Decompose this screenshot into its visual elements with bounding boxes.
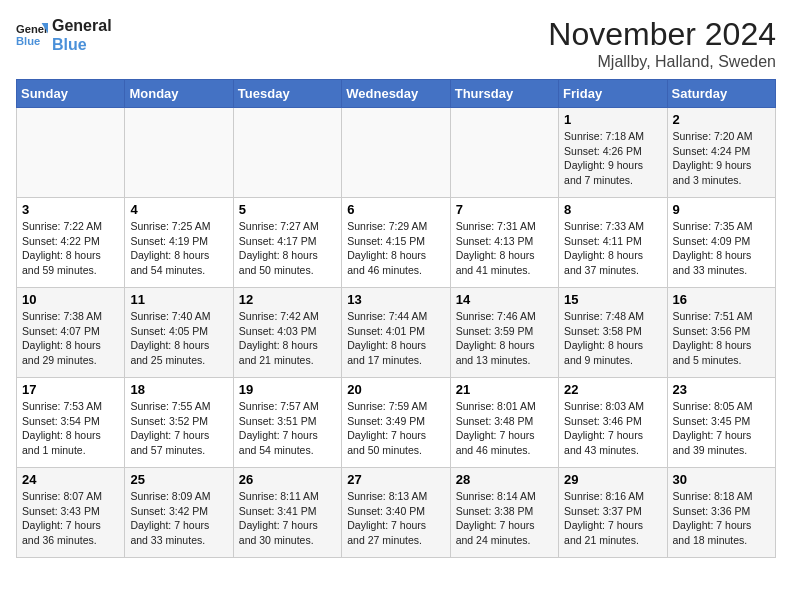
calendar-cell: 13Sunrise: 7:44 AM Sunset: 4:01 PM Dayli… xyxy=(342,288,450,378)
day-number: 26 xyxy=(239,472,336,487)
logo-general: General xyxy=(52,16,112,35)
calendar-cell: 18Sunrise: 7:55 AM Sunset: 3:52 PM Dayli… xyxy=(125,378,233,468)
calendar-cell xyxy=(125,108,233,198)
day-info: Sunrise: 7:51 AM Sunset: 3:56 PM Dayligh… xyxy=(673,309,770,368)
day-number: 5 xyxy=(239,202,336,217)
day-info: Sunrise: 7:44 AM Sunset: 4:01 PM Dayligh… xyxy=(347,309,444,368)
calendar-week-3: 10Sunrise: 7:38 AM Sunset: 4:07 PM Dayli… xyxy=(17,288,776,378)
calendar-cell xyxy=(450,108,558,198)
day-number: 29 xyxy=(564,472,661,487)
day-number: 30 xyxy=(673,472,770,487)
calendar-week-4: 17Sunrise: 7:53 AM Sunset: 3:54 PM Dayli… xyxy=(17,378,776,468)
day-info: Sunrise: 7:42 AM Sunset: 4:03 PM Dayligh… xyxy=(239,309,336,368)
weekday-header-monday: Monday xyxy=(125,80,233,108)
calendar-cell: 4Sunrise: 7:25 AM Sunset: 4:19 PM Daylig… xyxy=(125,198,233,288)
calendar-week-5: 24Sunrise: 8:07 AM Sunset: 3:43 PM Dayli… xyxy=(17,468,776,558)
calendar-cell xyxy=(17,108,125,198)
calendar-cell: 21Sunrise: 8:01 AM Sunset: 3:48 PM Dayli… xyxy=(450,378,558,468)
day-info: Sunrise: 8:18 AM Sunset: 3:36 PM Dayligh… xyxy=(673,489,770,548)
day-info: Sunrise: 8:16 AM Sunset: 3:37 PM Dayligh… xyxy=(564,489,661,548)
day-info: Sunrise: 7:40 AM Sunset: 4:05 PM Dayligh… xyxy=(130,309,227,368)
day-info: Sunrise: 7:25 AM Sunset: 4:19 PM Dayligh… xyxy=(130,219,227,278)
day-number: 4 xyxy=(130,202,227,217)
day-number: 11 xyxy=(130,292,227,307)
calendar-cell: 6Sunrise: 7:29 AM Sunset: 4:15 PM Daylig… xyxy=(342,198,450,288)
day-number: 2 xyxy=(673,112,770,127)
calendar-cell: 15Sunrise: 7:48 AM Sunset: 3:58 PM Dayli… xyxy=(559,288,667,378)
weekday-header-wednesday: Wednesday xyxy=(342,80,450,108)
calendar-cell: 5Sunrise: 7:27 AM Sunset: 4:17 PM Daylig… xyxy=(233,198,341,288)
day-info: Sunrise: 8:05 AM Sunset: 3:45 PM Dayligh… xyxy=(673,399,770,458)
logo-icon: General Blue xyxy=(16,19,48,51)
logo: General Blue General Blue xyxy=(16,16,112,54)
day-number: 7 xyxy=(456,202,553,217)
day-number: 10 xyxy=(22,292,119,307)
day-info: Sunrise: 8:09 AM Sunset: 3:42 PM Dayligh… xyxy=(130,489,227,548)
weekday-header-saturday: Saturday xyxy=(667,80,775,108)
calendar-cell xyxy=(342,108,450,198)
calendar-cell: 24Sunrise: 8:07 AM Sunset: 3:43 PM Dayli… xyxy=(17,468,125,558)
day-number: 24 xyxy=(22,472,119,487)
weekday-header-row: SundayMondayTuesdayWednesdayThursdayFrid… xyxy=(17,80,776,108)
calendar-cell: 2Sunrise: 7:20 AM Sunset: 4:24 PM Daylig… xyxy=(667,108,775,198)
day-number: 17 xyxy=(22,382,119,397)
calendar-cell xyxy=(233,108,341,198)
day-number: 6 xyxy=(347,202,444,217)
calendar-cell: 3Sunrise: 7:22 AM Sunset: 4:22 PM Daylig… xyxy=(17,198,125,288)
day-number: 15 xyxy=(564,292,661,307)
day-info: Sunrise: 7:57 AM Sunset: 3:51 PM Dayligh… xyxy=(239,399,336,458)
calendar-week-1: 1Sunrise: 7:18 AM Sunset: 4:26 PM Daylig… xyxy=(17,108,776,198)
day-info: Sunrise: 7:22 AM Sunset: 4:22 PM Dayligh… xyxy=(22,219,119,278)
calendar-cell: 10Sunrise: 7:38 AM Sunset: 4:07 PM Dayli… xyxy=(17,288,125,378)
day-number: 28 xyxy=(456,472,553,487)
day-info: Sunrise: 8:14 AM Sunset: 3:38 PM Dayligh… xyxy=(456,489,553,548)
day-info: Sunrise: 7:31 AM Sunset: 4:13 PM Dayligh… xyxy=(456,219,553,278)
calendar-cell: 28Sunrise: 8:14 AM Sunset: 3:38 PM Dayli… xyxy=(450,468,558,558)
day-number: 3 xyxy=(22,202,119,217)
day-number: 9 xyxy=(673,202,770,217)
calendar-cell: 29Sunrise: 8:16 AM Sunset: 3:37 PM Dayli… xyxy=(559,468,667,558)
day-number: 16 xyxy=(673,292,770,307)
day-info: Sunrise: 8:11 AM Sunset: 3:41 PM Dayligh… xyxy=(239,489,336,548)
calendar-cell: 14Sunrise: 7:46 AM Sunset: 3:59 PM Dayli… xyxy=(450,288,558,378)
day-number: 14 xyxy=(456,292,553,307)
month-title: November 2024 xyxy=(548,16,776,53)
day-number: 22 xyxy=(564,382,661,397)
calendar-cell: 25Sunrise: 8:09 AM Sunset: 3:42 PM Dayli… xyxy=(125,468,233,558)
weekday-header-friday: Friday xyxy=(559,80,667,108)
calendar-week-2: 3Sunrise: 7:22 AM Sunset: 4:22 PM Daylig… xyxy=(17,198,776,288)
day-info: Sunrise: 8:01 AM Sunset: 3:48 PM Dayligh… xyxy=(456,399,553,458)
day-number: 25 xyxy=(130,472,227,487)
day-number: 13 xyxy=(347,292,444,307)
day-info: Sunrise: 7:48 AM Sunset: 3:58 PM Dayligh… xyxy=(564,309,661,368)
logo-blue: Blue xyxy=(52,35,112,54)
day-number: 8 xyxy=(564,202,661,217)
calendar-cell: 22Sunrise: 8:03 AM Sunset: 3:46 PM Dayli… xyxy=(559,378,667,468)
day-number: 27 xyxy=(347,472,444,487)
calendar-cell: 30Sunrise: 8:18 AM Sunset: 3:36 PM Dayli… xyxy=(667,468,775,558)
day-info: Sunrise: 7:46 AM Sunset: 3:59 PM Dayligh… xyxy=(456,309,553,368)
calendar-cell: 8Sunrise: 7:33 AM Sunset: 4:11 PM Daylig… xyxy=(559,198,667,288)
svg-text:Blue: Blue xyxy=(16,35,40,47)
day-info: Sunrise: 7:29 AM Sunset: 4:15 PM Dayligh… xyxy=(347,219,444,278)
weekday-header-thursday: Thursday xyxy=(450,80,558,108)
day-number: 19 xyxy=(239,382,336,397)
calendar-cell: 17Sunrise: 7:53 AM Sunset: 3:54 PM Dayli… xyxy=(17,378,125,468)
calendar-cell: 16Sunrise: 7:51 AM Sunset: 3:56 PM Dayli… xyxy=(667,288,775,378)
day-info: Sunrise: 7:59 AM Sunset: 3:49 PM Dayligh… xyxy=(347,399,444,458)
day-info: Sunrise: 7:35 AM Sunset: 4:09 PM Dayligh… xyxy=(673,219,770,278)
day-info: Sunrise: 8:03 AM Sunset: 3:46 PM Dayligh… xyxy=(564,399,661,458)
day-info: Sunrise: 8:07 AM Sunset: 3:43 PM Dayligh… xyxy=(22,489,119,548)
calendar-cell: 12Sunrise: 7:42 AM Sunset: 4:03 PM Dayli… xyxy=(233,288,341,378)
weekday-header-sunday: Sunday xyxy=(17,80,125,108)
day-number: 20 xyxy=(347,382,444,397)
day-info: Sunrise: 7:18 AM Sunset: 4:26 PM Dayligh… xyxy=(564,129,661,188)
calendar-cell: 26Sunrise: 8:11 AM Sunset: 3:41 PM Dayli… xyxy=(233,468,341,558)
calendar-table: SundayMondayTuesdayWednesdayThursdayFrid… xyxy=(16,79,776,558)
calendar-cell: 20Sunrise: 7:59 AM Sunset: 3:49 PM Dayli… xyxy=(342,378,450,468)
day-info: Sunrise: 7:55 AM Sunset: 3:52 PM Dayligh… xyxy=(130,399,227,458)
calendar-cell: 11Sunrise: 7:40 AM Sunset: 4:05 PM Dayli… xyxy=(125,288,233,378)
calendar-cell: 23Sunrise: 8:05 AM Sunset: 3:45 PM Dayli… xyxy=(667,378,775,468)
title-area: November 2024 Mjallby, Halland, Sweden xyxy=(548,16,776,71)
page-header: General Blue General Blue November 2024 … xyxy=(16,16,776,71)
